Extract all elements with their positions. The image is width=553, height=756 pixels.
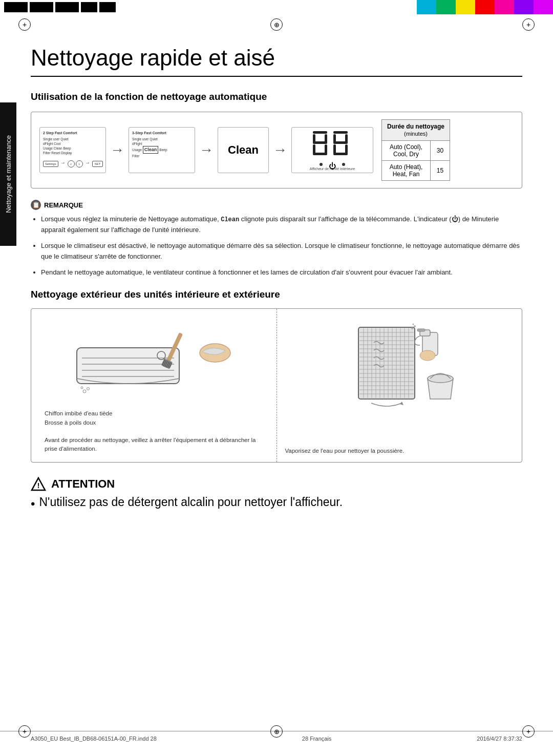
remote1-line1: 2 Step Fast Comfort (43, 131, 102, 136)
attention-box: ! ATTENTION N'utilisez pas de détergent … (31, 477, 522, 513)
note-item-2: Lorsque le climatiseur est désactivé, le… (41, 241, 522, 262)
attention-label: ATTENTION (51, 477, 115, 491)
svg-point-67 (412, 324, 414, 325)
svg-rect-4 (313, 144, 315, 154)
remote-panel-1: 2 Step Fast Comfort Single user Quiet dF… (39, 127, 106, 173)
clean-label: Clean (228, 143, 259, 157)
indoor-unit-svg (67, 317, 241, 409)
color-chip-yellow (456, 0, 475, 14)
footer-file-info: A3050_EU Best_IB_DB68-06151A-00_FR.indd … (31, 736, 157, 742)
clean-panel: Clean (218, 127, 269, 173)
svg-rect-13 (333, 153, 348, 155)
black-bar (4, 2, 28, 12)
reg-mark-tc: ⊕ (270, 18, 283, 31)
duration-table: Durée du nettoyage (minutes) Auto (Cool)… (381, 119, 450, 181)
duration-header: Durée du nettoyage (minutes) (382, 120, 450, 141)
remote2-line4: Usage Clean Beep (132, 146, 192, 154)
duration-label-1: Auto (Cool),Cool, Dry (382, 141, 431, 161)
cleaning-left: Chiffon imbibé d'eau tiède Brosse à poil… (31, 309, 277, 461)
black-bar (99, 2, 116, 12)
dot-1 (320, 163, 323, 166)
nav-left-btn[interactable]: ‹ (68, 160, 75, 167)
cleaning-right: Vaporisez de l'eau pour nettoyer la pous… (277, 309, 522, 461)
remote2-line5: Filter (132, 154, 192, 158)
note-box: 📋 REMARQUE Lorsque vous réglez la minute… (31, 200, 522, 278)
outdoor-unit-illustration (285, 317, 514, 409)
settings-button[interactable]: Settings (43, 161, 58, 167)
reg-mark-tr (522, 18, 535, 31)
attention-content: N'utilisez pas de détergent alcalin pour… (39, 495, 343, 509)
right-captions: Vaporisez de l'eau pour nettoyer la pous… (285, 448, 514, 454)
caption-brush: Brosse à poils doux (45, 418, 268, 427)
sidebar: Nettoyage et maintenance (0, 102, 16, 246)
arrow-right-icon-2: → (85, 159, 90, 166)
footer-date: 2016/4/27 8:37:32 (477, 736, 522, 742)
note-items: Lorsque vous réglez la minuterie de Nett… (31, 214, 522, 278)
section1-heading: Utilisation de la fonction de nettoyage … (31, 91, 522, 102)
color-bars-right (417, 0, 553, 14)
note-icon: 📋 (31, 200, 41, 210)
remote-panel-2: 3-Step Fast Comfort Single user Quiet dF… (129, 127, 195, 173)
set-button[interactable]: SET (92, 161, 103, 167)
remote1-line5: Filter Reset Display (43, 151, 102, 155)
caption-cloth: Chiffon imbibé d'eau tiède (45, 409, 268, 418)
cleaning-diagram: Chiffon imbibé d'eau tiède Brosse à poil… (31, 308, 522, 462)
arrow-2: → (195, 142, 218, 158)
color-chip-cyan (417, 0, 436, 14)
note-header-text: REMARQUE (44, 201, 83, 209)
attention-icon: ! (31, 477, 46, 491)
left-captions: Chiffon imbibé d'eau tiède Brosse à poil… (39, 409, 268, 453)
digit-display (312, 130, 353, 161)
duration-value-2: 15 (430, 161, 450, 181)
remote1-line3: dFlight Cool (43, 141, 102, 146)
svg-point-29 (83, 390, 86, 393)
black-bar (81, 2, 97, 12)
note-header: 📋 REMARQUE (31, 200, 522, 210)
svg-rect-64 (417, 329, 425, 331)
svg-point-65 (414, 325, 416, 327)
arrow-1: → (106, 142, 129, 158)
nav-right-btn[interactable]: › (76, 160, 83, 167)
color-chip-red (475, 0, 495, 14)
display-unit-label: Afficheur de l'unité intérieure (310, 167, 355, 171)
clean-inline: Clean (221, 216, 239, 223)
color-chip-green (436, 0, 456, 14)
note-item-3: Pendant le nettoyage automatique, le ven… (41, 267, 522, 278)
caption-warning: Avant de procéder au nettoyage, veillez … (45, 436, 268, 454)
indoor-unit-illustration (39, 317, 268, 409)
color-bars-top (0, 0, 553, 14)
nav-buttons: ‹ › (68, 160, 83, 167)
remote2-line1: 3-Step Fast Comfort (132, 131, 192, 136)
segment-display-svg (312, 130, 353, 156)
svg-rect-11 (333, 144, 336, 154)
section2-heading: Nettoyage extérieur des unités intérieur… (31, 289, 522, 300)
remote1-line2: Single user Quiet (43, 137, 102, 141)
black-bars (0, 0, 120, 14)
duration-row-1: Auto (Cool),Cool, Dry 30 (382, 141, 450, 161)
black-bar (55, 2, 79, 12)
duration-value-1: 30 (430, 141, 450, 161)
remote2-line3: dFlight (132, 141, 192, 146)
remote2-line2: Single user Quiet (132, 137, 192, 141)
svg-rect-5 (325, 144, 327, 154)
svg-point-68 (420, 350, 435, 361)
svg-rect-0 (313, 131, 327, 134)
attention-header: ! ATTENTION (31, 477, 522, 491)
color-chip-magenta (495, 0, 514, 14)
svg-rect-10 (333, 141, 348, 144)
note-item-1: Lorsque vous réglez la minuterie de Nett… (41, 214, 522, 236)
svg-rect-6 (313, 153, 327, 155)
svg-point-69 (428, 374, 453, 383)
remote1-line4: Usage Clean Beep (43, 146, 102, 151)
duration-row-2: Auto (Heat),Heat, Fan 15 (382, 161, 450, 181)
outdoor-unit-svg (328, 317, 471, 409)
color-chip-purple (514, 0, 534, 14)
svg-rect-12 (345, 144, 348, 154)
attention-text: N'utilisez pas de détergent alcalin pour… (31, 495, 522, 513)
svg-rect-32 (358, 327, 415, 399)
arrow-3: → (269, 142, 291, 158)
arrow-right-icon: → (60, 159, 66, 166)
page-title: Nettoyage rapide et aisé (31, 45, 522, 77)
duration-label-2: Auto (Heat),Heat, Fan (382, 161, 431, 181)
clean-highlight: Clean (143, 146, 159, 154)
